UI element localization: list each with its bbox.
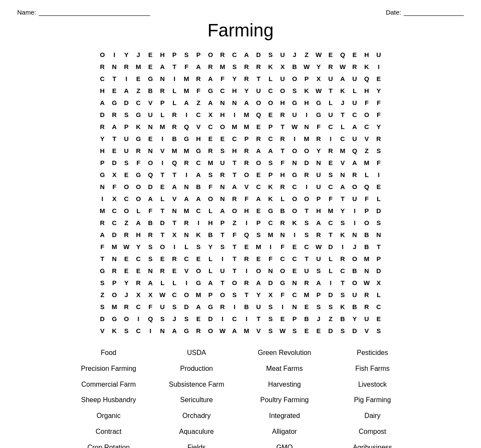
grid-cell: F xyxy=(313,120,325,132)
grid-cell: A xyxy=(241,48,253,60)
grid-cell: C xyxy=(133,301,145,313)
grid-cell: N xyxy=(217,96,229,108)
grid-cell: J xyxy=(313,313,325,325)
grid-cell: V xyxy=(241,180,253,192)
grid-cell: U xyxy=(157,301,169,313)
grid-cell: A xyxy=(349,156,361,168)
grid-cell: M xyxy=(337,144,349,156)
grid-cell: C xyxy=(133,325,145,337)
date-field: Date: xyxy=(386,9,464,16)
grid-cell: N xyxy=(109,253,121,265)
grid-cell: Q xyxy=(361,180,373,192)
grid-cell: R xyxy=(145,229,157,241)
grid-cell: C xyxy=(289,289,301,301)
grid-cell: U xyxy=(289,108,301,120)
grid-cell: G xyxy=(181,325,193,337)
grid-cell: Q xyxy=(349,144,361,156)
grid-cell: L xyxy=(133,204,145,216)
grid-cell: W xyxy=(277,325,289,337)
grid-cell: L xyxy=(373,192,385,204)
grid-cell: E xyxy=(253,120,265,132)
grid-cell: O xyxy=(205,325,217,337)
grid-cell: N xyxy=(289,277,301,289)
grid-cell: A xyxy=(133,216,145,229)
grid-cell: L xyxy=(205,253,217,265)
grid-cell: Z xyxy=(133,84,145,96)
grid-cell: T xyxy=(229,265,241,277)
grid-cell: O xyxy=(157,241,169,253)
grid-cell: C xyxy=(337,265,349,277)
grid-cell: R xyxy=(301,168,313,180)
grid-cell: R xyxy=(217,301,229,313)
grid-cell: G xyxy=(313,96,325,108)
grid-cell: A xyxy=(181,96,193,108)
grid-cell: S xyxy=(313,301,325,313)
date-label: Date: xyxy=(386,9,401,16)
grid-row: VKSCINAGROWAMVSWSEEDSDVS xyxy=(97,325,385,337)
grid-cell: X xyxy=(133,289,145,301)
grid-cell: L xyxy=(373,289,385,301)
grid-cell: O xyxy=(109,289,121,301)
grid-cell: Y xyxy=(229,72,241,84)
grid-cell: R xyxy=(313,229,325,241)
word-item: Agribusiness xyxy=(329,442,417,448)
grid-row: OIYJEHPSPORCADSUJZWEQEHU xyxy=(97,48,385,60)
grid-cell: M xyxy=(265,229,277,241)
grid-cell: U xyxy=(277,72,289,84)
grid-cell: U xyxy=(313,168,325,180)
grid-cell: I xyxy=(169,72,181,84)
grid-cell: R xyxy=(133,144,145,156)
grid-cell: E xyxy=(301,325,313,337)
grid-cell: P xyxy=(265,168,277,180)
grid-cell: V xyxy=(169,192,181,204)
grid-cell: N xyxy=(337,168,349,180)
grid-cell: R xyxy=(277,108,289,120)
word-list: FoodUSDAGreen RevolutionPesticidesPrecis… xyxy=(65,347,417,448)
grid-cell: E xyxy=(145,132,157,144)
grid-cell: E xyxy=(109,144,121,156)
grid-cell: B xyxy=(361,229,373,241)
grid-cell: O xyxy=(277,265,289,277)
grid-cell: C xyxy=(229,132,241,144)
grid-cell: H xyxy=(133,229,145,241)
grid-cell: O xyxy=(97,48,109,60)
grid-cell: A xyxy=(97,96,109,108)
grid-cell: S xyxy=(181,48,193,60)
grid-cell: L xyxy=(157,108,169,120)
grid-cell: C xyxy=(301,241,313,253)
grid-cell: I xyxy=(169,241,181,253)
grid-cell: A xyxy=(217,204,229,216)
grid-row: PDSFOIQRCMUTROSFNDNEVAMF xyxy=(97,156,385,168)
grid-cell: O xyxy=(349,253,361,265)
grid-cell: F xyxy=(133,156,145,168)
grid-cell: N xyxy=(157,72,169,84)
grid-cell: W xyxy=(361,277,373,289)
grid-cell: M xyxy=(181,204,193,216)
grid-cell: T xyxy=(277,120,289,132)
word-item: Harvesting xyxy=(241,379,329,391)
date-line xyxy=(404,9,464,16)
grid-cell: A xyxy=(241,96,253,108)
grid-cell: O xyxy=(181,289,193,301)
grid-row: RNRMEATFARMSRRKXBWYRWRKI xyxy=(97,60,385,72)
grid-row: DGOIQSJSEDICITSEPBJZBYUE xyxy=(97,313,385,325)
grid-cell: G xyxy=(133,132,145,144)
grid-cell: Y xyxy=(97,132,109,144)
grid-cell: H xyxy=(193,132,205,144)
grid-cell: Z xyxy=(121,216,133,229)
word-item: Pig Farming xyxy=(329,394,417,406)
grid-cell: D xyxy=(109,156,121,168)
grid-cell: S xyxy=(169,301,181,313)
grid-cell: N xyxy=(169,204,181,216)
grid-cell: F xyxy=(265,253,277,265)
grid-cell: U xyxy=(373,48,385,60)
grid-cell: S xyxy=(181,313,193,325)
word-item: Green Revolution xyxy=(241,347,329,359)
grid-cell: C xyxy=(265,216,277,229)
grid-cell: O xyxy=(349,180,361,192)
grid-cell: C xyxy=(265,132,277,144)
grid-cell: R xyxy=(229,192,241,204)
grid-cell: L xyxy=(337,120,349,132)
grid-cell: N xyxy=(301,120,313,132)
grid-cell: O xyxy=(301,144,313,156)
